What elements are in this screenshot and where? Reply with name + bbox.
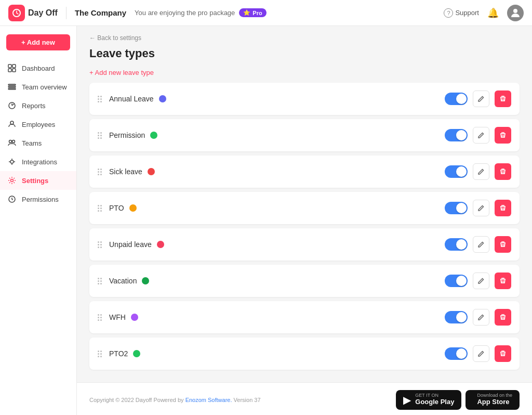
reports-icon <box>7 101 17 110</box>
settings-icon <box>7 176 17 185</box>
delete-button[interactable] <box>495 273 511 289</box>
leave-types-list: Annual Leave Permission <box>89 83 520 370</box>
avatar[interactable] <box>507 5 524 21</box>
leave-type-color-dot <box>148 168 155 175</box>
edit-button[interactable] <box>473 345 489 362</box>
card-actions <box>445 127 511 144</box>
drag-handle[interactable] <box>98 314 102 321</box>
store-buttons: ▶ GET IT ON Google Play Download on the … <box>396 390 520 410</box>
permissions-icon <box>7 194 17 204</box>
drag-handle[interactable] <box>98 241 102 248</box>
leave-type-card: PTO <box>89 192 520 224</box>
leave-row-left: Permission <box>109 131 157 139</box>
header: Day Off The Company You are enjoying the… <box>0 0 532 26</box>
card-actions <box>445 273 511 289</box>
delete-button[interactable] <box>495 309 511 326</box>
sidebar-item-teams[interactable]: Teams <box>0 134 76 152</box>
google-play-button[interactable]: ▶ GET IT ON Google Play <box>396 390 461 410</box>
leave-type-toggle[interactable] <box>445 93 468 105</box>
leave-row-left: PTO2 <box>109 349 140 358</box>
edit-button[interactable] <box>473 236 489 253</box>
leave-type-card: WFH <box>89 301 520 333</box>
leave-type-toggle[interactable] <box>445 347 468 360</box>
notifications-icon[interactable]: 🔔 <box>487 7 499 19</box>
leave-type-name: Sick leave <box>109 167 142 176</box>
svg-point-12 <box>12 140 15 143</box>
drag-handle[interactable] <box>98 168 102 175</box>
sidebar-item-team-overview[interactable]: Team overview <box>0 77 76 96</box>
svg-point-11 <box>9 140 12 143</box>
leave-type-name: PTO <box>109 204 124 212</box>
leave-type-card: Vacation <box>89 265 520 297</box>
leave-type-toggle[interactable] <box>445 311 468 323</box>
leave-row-left: Unpaid leave <box>109 240 164 249</box>
leave-type-color-dot <box>129 204 137 212</box>
footer-company-link[interactable]: Enozom Software. <box>185 397 232 403</box>
employees-icon <box>7 120 17 129</box>
leave-type-card: Annual Leave <box>89 83 520 115</box>
leave-type-card: PTO2 <box>89 338 520 370</box>
card-actions <box>445 236 511 253</box>
sidebar-item-reports[interactable]: Reports <box>0 96 76 115</box>
delete-button[interactable] <box>495 90 511 107</box>
google-play-icon: ▶ <box>403 394 411 406</box>
sidebar-item-permissions[interactable]: Permissions <box>0 190 76 209</box>
leave-type-toggle[interactable] <box>445 129 468 141</box>
main-content: ← Back to settings Leave types + Add new… <box>77 26 532 382</box>
edit-button[interactable] <box>473 127 489 144</box>
delete-button[interactable] <box>495 345 511 362</box>
edit-button[interactable] <box>473 90 489 107</box>
footer: Copyright © 2022 Dayoff Powered by Enozo… <box>77 382 532 415</box>
edit-button[interactable] <box>473 163 489 180</box>
delete-button[interactable] <box>495 163 511 180</box>
add-leave-type-link[interactable]: + Add new leave type <box>89 69 520 76</box>
svg-point-1 <box>513 9 517 13</box>
sidebar: + Add new Dashboard Team overview Report… <box>0 26 77 415</box>
svg-rect-5 <box>12 69 16 72</box>
edit-button[interactable] <box>473 309 489 326</box>
back-link[interactable]: ← Back to settings <box>89 34 520 42</box>
main-area: ← Back to settings Leave types + Add new… <box>77 26 532 415</box>
leave-row-left: WFH <box>109 313 138 321</box>
add-new-button[interactable]: + Add new <box>6 34 70 50</box>
drag-handle[interactable] <box>98 351 102 357</box>
leave-type-toggle[interactable] <box>445 165 468 178</box>
sidebar-item-employees[interactable]: Employees <box>0 115 76 134</box>
drag-handle[interactable] <box>98 278 102 284</box>
drag-handle[interactable] <box>98 132 102 139</box>
app-store-button[interactable]: Download on the App Store <box>466 390 520 410</box>
delete-button[interactable] <box>495 200 511 216</box>
support-icon: ? <box>444 8 453 18</box>
card-actions <box>445 163 511 180</box>
logo-icon <box>8 5 25 21</box>
header-right: ? Support 🔔 <box>444 5 524 21</box>
svg-rect-3 <box>12 64 16 68</box>
edit-button[interactable] <box>473 273 489 289</box>
leave-type-color-dot <box>159 95 166 102</box>
leave-type-color-dot <box>157 241 164 248</box>
drag-handle[interactable] <box>98 96 102 102</box>
svg-rect-2 <box>8 64 11 68</box>
leave-type-toggle[interactable] <box>445 238 468 251</box>
leave-type-name: PTO2 <box>109 349 128 358</box>
header-divider <box>66 7 66 19</box>
card-actions <box>445 200 511 216</box>
sidebar-item-dashboard[interactable]: Dashboard <box>0 59 76 77</box>
svg-point-14 <box>11 179 14 182</box>
leave-type-card: Unpaid leave <box>89 228 520 261</box>
leave-type-toggle[interactable] <box>445 275 468 287</box>
sidebar-item-integrations[interactable]: Integrations <box>0 152 76 171</box>
logo: Day Off <box>8 5 58 21</box>
sidebar-item-settings[interactable]: Settings <box>0 171 76 190</box>
leave-type-toggle[interactable] <box>445 202 468 214</box>
edit-button[interactable] <box>473 200 489 216</box>
delete-button[interactable] <box>495 236 511 253</box>
logo-text: Day Off <box>28 8 58 18</box>
svg-rect-4 <box>8 69 11 72</box>
leave-row-left: PTO <box>109 204 137 212</box>
footer-copyright: Copyright © 2022 Dayoff Powered by Enozo… <box>89 397 261 403</box>
support-button[interactable]: ? Support <box>444 8 479 18</box>
leave-row-left: Sick leave <box>109 167 155 176</box>
drag-handle[interactable] <box>98 205 102 212</box>
delete-button[interactable] <box>495 127 511 144</box>
